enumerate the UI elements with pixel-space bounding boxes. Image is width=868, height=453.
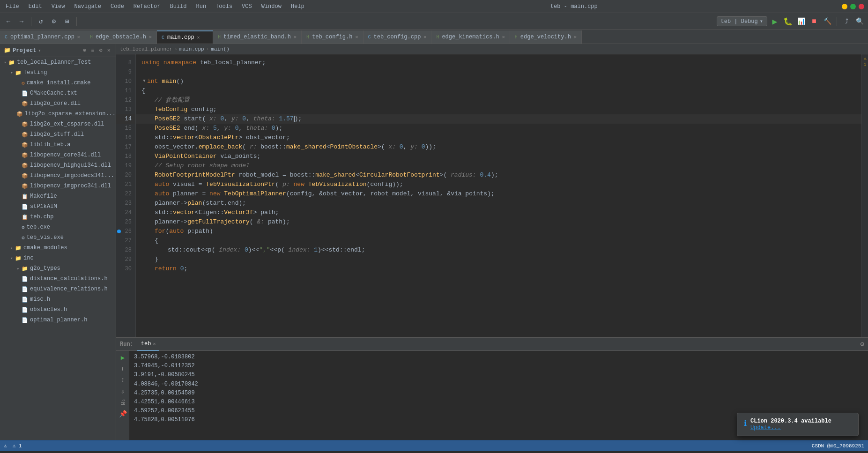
tree-item-optimal-planner-h[interactable]: ▸ 📄 optimal_planner.h bbox=[0, 315, 116, 325]
code-line-15[interactable]: PoseSE2 end ( x: 5 , y: 0 , theta: 0 ) ; bbox=[136, 124, 861, 133]
tree-item-libg2o-core[interactable]: ▸ 📦 libg2o_core.dll bbox=[0, 98, 116, 109]
tab-edge-kinematics[interactable]: H edge_kinematics.h ✕ bbox=[431, 30, 510, 44]
tree-item-libopencv-highgui[interactable]: ▸ 📦 libopencv_highgui341.dll bbox=[0, 160, 116, 171]
code-line-13[interactable]: TebConfig config ; bbox=[136, 105, 861, 114]
toolbar-search-button[interactable]: 🔍 bbox=[854, 16, 865, 27]
toolbar-split-button[interactable]: ⊞ bbox=[61, 16, 73, 27]
tree-item-cmake-modules[interactable]: ▸ 📁 cmake_modules bbox=[0, 243, 116, 253]
tree-item-misc-h[interactable]: ▸ 📄 misc.h bbox=[0, 294, 116, 304]
menu-file[interactable]: File bbox=[4, 2, 21, 11]
menu-window[interactable]: Window bbox=[260, 2, 283, 11]
code-line-22[interactable]: auto planner = new TebOptimalPlanner (co… bbox=[136, 189, 861, 199]
menu-help[interactable]: Help bbox=[289, 2, 306, 11]
tab-close-edge-kinematics[interactable]: ✕ bbox=[502, 34, 505, 40]
tree-item-cmake-install[interactable]: ▸ ⚙ cmake_install.cmake bbox=[0, 78, 116, 88]
toolbar-refresh-button[interactable]: ↺ bbox=[35, 16, 46, 27]
code-editor[interactable]: 8 9 10 11 12 13 14 15 16 17 18 19 20 21 … bbox=[116, 54, 868, 337]
code-line-21[interactable]: auto visual = TebVisualizationPtr ( p: n… bbox=[136, 180, 861, 189]
menu-bar[interactable]: File Edit View Navigate Code Refactor Bu… bbox=[4, 2, 306, 11]
fold-arrow-10[interactable]: ▼ bbox=[141, 78, 147, 85]
code-content[interactable]: using namespace teb_local_planner ; ▼ in… bbox=[136, 54, 861, 337]
menu-build[interactable]: Build bbox=[168, 2, 188, 11]
run-stop-button[interactable]: ⬆ bbox=[118, 364, 127, 373]
tab-close-main-cpp[interactable]: ✕ bbox=[197, 35, 200, 40]
code-line-9[interactable] bbox=[136, 67, 861, 77]
tree-item-stp1kalm[interactable]: ▸ 📄 stP1kAlM bbox=[0, 201, 116, 212]
tab-main-cpp[interactable]: C main.cpp ✕ bbox=[157, 30, 213, 44]
tree-item-liblib-teb[interactable]: ▸ 📦 liblib_teb.a bbox=[0, 140, 116, 150]
tree-item-distance-calc[interactable]: ▸ 📄 distance_calculations.h bbox=[0, 274, 116, 284]
tree-item-libg2o-stuff[interactable]: ▸ 📦 libg2o_stuff.dll bbox=[0, 129, 116, 140]
menu-navigate[interactable]: Navigate bbox=[72, 2, 103, 11]
code-line-19[interactable]: // Setup robot shape model bbox=[136, 161, 861, 171]
run-tab-teb[interactable]: teb ✕ bbox=[137, 338, 160, 351]
menu-run[interactable]: Run bbox=[194, 2, 208, 11]
run-play-button[interactable]: ▶ bbox=[118, 353, 127, 362]
tab-optimal-planner-cpp[interactable]: C optimal_planner.cpp ✕ bbox=[0, 30, 85, 44]
code-line-8[interactable]: using namespace teb_local_planner ; bbox=[136, 58, 861, 67]
code-line-14[interactable]: PoseSE2 start ( x: 0 , y: 0 , theta: 1.5… bbox=[136, 114, 861, 124]
tree-item-teb-cbp[interactable]: ▸ 📋 teb.cbp bbox=[0, 212, 116, 222]
run-input-button[interactable]: ⇩ bbox=[118, 386, 127, 396]
tab-close-edge-obstacle[interactable]: ✕ bbox=[149, 34, 152, 40]
code-line-29[interactable]: } bbox=[136, 255, 861, 264]
code-line-26[interactable]: for ( auto p : path ) bbox=[136, 227, 861, 236]
sidebar-close-icon[interactable]: ✕ bbox=[106, 46, 112, 54]
code-line-25[interactable]: planner -> getFullTrajectory ( &: path )… bbox=[136, 217, 861, 227]
code-line-27[interactable]: { bbox=[136, 236, 861, 245]
code-line-23[interactable]: planner -> plan (start,end) ; bbox=[136, 199, 861, 208]
tree-item-libg2o-csparse[interactable]: ▸ 📦 libg2o_csparse_extension... bbox=[0, 109, 116, 119]
toolbar-forward-button[interactable]: → bbox=[16, 16, 27, 27]
menu-view[interactable]: View bbox=[50, 2, 67, 11]
notification-update-link[interactable]: Update... bbox=[750, 424, 852, 431]
code-line-30[interactable]: return 0 ; bbox=[136, 264, 861, 274]
run-tab-teb-close[interactable]: ✕ bbox=[153, 341, 156, 347]
tree-item-libopencv-core[interactable]: ▸ 📦 libopencv_core341.dll bbox=[0, 150, 116, 160]
minimize-button[interactable] bbox=[842, 4, 847, 9]
tab-close-edge-velocity[interactable]: ✕ bbox=[574, 34, 577, 40]
code-line-20[interactable]: RobotFootprintModelPtr robot_model = boo… bbox=[136, 171, 861, 180]
tree-item-libg2o-ext[interactable]: ▸ 📦 libg2o_ext_csparse.dll bbox=[0, 119, 116, 129]
tree-item-libopencv-imgproc[interactable]: ▸ 📦 libopencv_imgproc341.dll bbox=[0, 181, 116, 191]
run-scroll-button[interactable]: 📌 bbox=[118, 409, 127, 418]
tab-close-timed-elastic[interactable]: ✕ bbox=[294, 34, 297, 40]
tree-item-cmakecache[interactable]: ▸ 📄 CMakeCache.txt bbox=[0, 88, 116, 98]
debug-button[interactable]: 🐛 bbox=[782, 16, 794, 27]
project-dropdown-icon[interactable]: ▾ bbox=[38, 48, 41, 53]
code-line-12[interactable]: // 参数配置 bbox=[136, 96, 861, 105]
stop-button[interactable]: ■ bbox=[809, 16, 820, 27]
sidebar-locate-button[interactable]: ⊕ bbox=[82, 46, 88, 54]
tab-teb-config-cpp[interactable]: C teb_config.cpp ✕ bbox=[364, 30, 432, 44]
menu-edit[interactable]: Edit bbox=[27, 2, 44, 11]
debug-config-selector[interactable]: teb | Debug ▾ bbox=[717, 16, 767, 26]
tree-item-obstacles-h[interactable]: ▸ 📄 obstacles.h bbox=[0, 304, 116, 315]
tab-close-teb-config-cpp[interactable]: ✕ bbox=[423, 34, 426, 40]
tree-item-libopencv-imgcodecs[interactable]: ▸ 📦 libopencv_imgcodecs341... bbox=[0, 171, 116, 181]
tree-item-makefile[interactable]: ▸ 📋 Makefile bbox=[0, 191, 116, 201]
code-line-16[interactable]: std :: vector < ObstaclePtr > obst_vecto… bbox=[136, 133, 861, 142]
tab-timed-elastic-band[interactable]: H timed_elastic_band.h ✕ bbox=[213, 30, 302, 44]
menu-refactor[interactable]: Refactor bbox=[132, 2, 163, 11]
tab-close-optimal-planner[interactable]: ✕ bbox=[77, 34, 80, 40]
menu-tools[interactable]: Tools bbox=[214, 2, 234, 11]
tab-edge-obstacle-h[interactable]: H edge_obstacle.h ✕ bbox=[85, 30, 157, 44]
profile-button[interactable]: 📊 bbox=[795, 16, 807, 27]
menu-code[interactable]: Code bbox=[109, 2, 126, 11]
code-line-11[interactable]: { bbox=[136, 86, 861, 96]
tab-close-teb-config-h[interactable]: ✕ bbox=[355, 34, 358, 40]
toolbar-back-button[interactable]: ← bbox=[3, 16, 14, 27]
tab-edge-velocity[interactable]: H edge_velocity.h ✕ bbox=[510, 30, 582, 44]
tree-item-teb-exe[interactable]: ▸ ⚙ teb.exe bbox=[0, 222, 116, 232]
tree-item-equiv-rel[interactable]: ▸ 📄 equivalence_relations.h bbox=[0, 284, 116, 294]
run-settings-icon[interactable]: ⚙ bbox=[861, 340, 864, 348]
tree-item-teb-vis-exe[interactable]: ▸ ⚙ teb_vis.exe bbox=[0, 232, 116, 243]
tree-item-testing[interactable]: ▾ 📁 Testing bbox=[0, 67, 116, 78]
code-line-18[interactable]: ViaPointContainer via_points ; bbox=[136, 152, 861, 161]
toolbar-build-button[interactable]: 🔨 bbox=[822, 16, 833, 27]
sidebar-collapse-button[interactable]: ≡ bbox=[89, 47, 96, 54]
tree-item-root[interactable]: ▾ 📁 teb_local_planner_Test bbox=[0, 57, 116, 67]
run-button[interactable]: ▶ bbox=[769, 16, 780, 27]
tree-item-g2o-types[interactable]: ▸ 📁 g2o_types bbox=[0, 263, 116, 274]
tree-item-inc[interactable]: ▾ 📁 inc bbox=[0, 253, 116, 263]
code-line-17[interactable]: obst_vector . emplace_back ( r: boost ::… bbox=[136, 142, 861, 152]
